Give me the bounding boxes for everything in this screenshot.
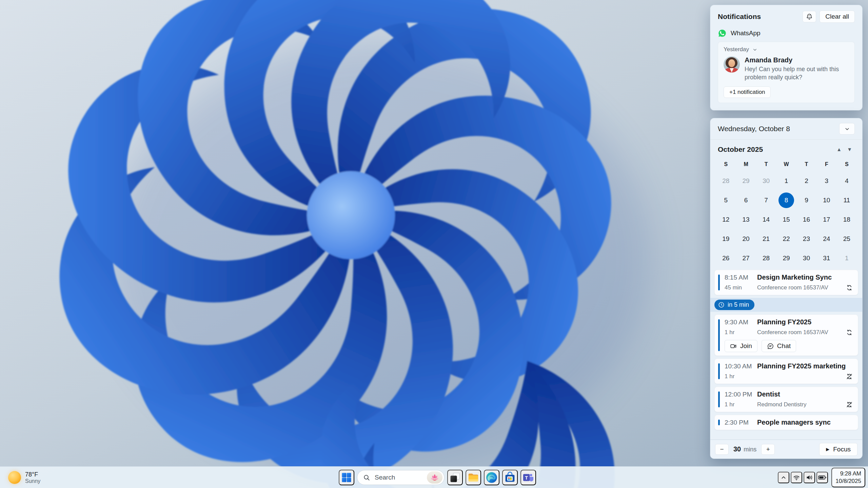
battery-button[interactable] bbox=[816, 472, 828, 483]
calendar-day[interactable]: 12 bbox=[716, 210, 736, 229]
notification-card[interactable]: Yesterday Amanda Brady Hey! Can you help… bbox=[718, 42, 855, 103]
start-button[interactable] bbox=[339, 470, 354, 485]
svg-text:T: T bbox=[525, 475, 528, 481]
event-title: Design Marketing Sync bbox=[757, 273, 832, 281]
decrease-duration-button[interactable]: − bbox=[715, 444, 729, 455]
edge-button[interactable] bbox=[484, 470, 499, 485]
weekday-header: T bbox=[756, 158, 776, 171]
calendar-event-card[interactable]: 2:30 PM People managers sync bbox=[714, 415, 858, 430]
calendar-day[interactable]: 23 bbox=[796, 229, 816, 248]
calendar-day-selected[interactable]: 8 bbox=[776, 190, 796, 210]
chevron-down-icon[interactable] bbox=[752, 47, 757, 52]
calendar-day[interactable]: 17 bbox=[816, 210, 836, 229]
notification-message: Hey! Can you help me out with this probl… bbox=[745, 65, 849, 82]
calendar-flyout-panel: Wednesday, October 8 October 2025 ▲ ▼ SM… bbox=[710, 118, 863, 459]
previous-month-icon[interactable]: ▲ bbox=[834, 145, 844, 154]
teams-button[interactable]: T bbox=[520, 470, 536, 485]
calendar-day[interactable]: 29 bbox=[736, 171, 756, 190]
calendar-day[interactable]: 20 bbox=[736, 229, 756, 248]
calendar-day[interactable]: 16 bbox=[796, 210, 816, 229]
wifi-button[interactable] bbox=[791, 472, 802, 483]
notification-group-label: Yesterday bbox=[724, 46, 749, 53]
calendar-day[interactable]: 24 bbox=[816, 229, 836, 248]
increase-duration-button[interactable]: + bbox=[761, 444, 775, 455]
search-icon bbox=[363, 474, 371, 482]
event-actions: Join Chat bbox=[725, 340, 853, 352]
calendar-day[interactable]: 9 bbox=[796, 190, 816, 210]
calendar-day[interactable]: 18 bbox=[837, 210, 857, 229]
calendar-event-card[interactable]: 12:00 PM Dentist 1 hr Redmond Dentistry bbox=[714, 387, 858, 412]
microsoft-store-button[interactable] bbox=[502, 470, 518, 485]
calendar-day[interactable]: 11 bbox=[837, 190, 857, 210]
weekday-header: S bbox=[837, 158, 857, 171]
calendar-day[interactable]: 7 bbox=[756, 190, 776, 210]
calendar-day[interactable]: 6 bbox=[736, 190, 756, 210]
recurrence-off-icon bbox=[845, 401, 853, 408]
clock-and-date[interactable]: 9:28 AM 10/8/2025 bbox=[831, 468, 865, 487]
calendar-collapse-button[interactable] bbox=[839, 123, 855, 135]
join-button[interactable]: Join bbox=[725, 340, 757, 352]
event-duration: 1 hr bbox=[725, 373, 757, 380]
hidden-icons-button[interactable] bbox=[778, 472, 789, 483]
event-location: Redmond Dentistry bbox=[757, 401, 845, 408]
event-title: Planning FY2025 marketing bbox=[757, 362, 846, 370]
calendar-day[interactable]: 30 bbox=[756, 171, 776, 190]
next-month-icon[interactable]: ▼ bbox=[844, 145, 855, 154]
reminder-chip[interactable]: in 5 min bbox=[714, 300, 754, 310]
volume-icon bbox=[805, 473, 813, 482]
calendar-day[interactable]: 22 bbox=[776, 229, 796, 248]
play-icon: ▶ bbox=[826, 447, 829, 452]
calendar-day[interactable]: 21 bbox=[756, 229, 776, 248]
calendar-event-card[interactable]: 9:30 AM Planning FY2025 1 hr Conference … bbox=[714, 314, 858, 356]
calendar-day[interactable]: 10 bbox=[816, 190, 836, 210]
calendar-day[interactable]: 1 bbox=[837, 248, 857, 268]
event-accent-bar bbox=[718, 363, 720, 379]
chevron-down-icon bbox=[844, 126, 850, 132]
calendar-day[interactable]: 25 bbox=[837, 229, 857, 248]
notifications-title: Notifications bbox=[718, 13, 799, 21]
calendar-day[interactable]: 31 bbox=[816, 248, 836, 268]
task-view-button[interactable] bbox=[447, 470, 463, 485]
file-explorer-button[interactable] bbox=[466, 470, 481, 485]
calendar-event-card[interactable]: 10:30 AM Planning FY2025 marketing 1 hr bbox=[714, 359, 858, 384]
calendar-day[interactable]: 14 bbox=[756, 210, 776, 229]
calendar-day[interactable]: 30 bbox=[796, 248, 816, 268]
volume-button[interactable] bbox=[804, 472, 815, 483]
calendar-day[interactable]: 1 bbox=[776, 171, 796, 190]
calendar-day[interactable]: 4 bbox=[837, 171, 857, 190]
event-accent-bar bbox=[718, 391, 720, 407]
calendar-day[interactable]: 2 bbox=[796, 171, 816, 190]
calendar-day[interactable]: 13 bbox=[736, 210, 756, 229]
search-highlight-badge[interactable] bbox=[427, 471, 442, 484]
system-tray: 9:28 AM 10/8/2025 bbox=[778, 467, 865, 488]
calendar-day[interactable]: 26 bbox=[716, 248, 736, 268]
start-focus-button[interactable]: ▶ Focus bbox=[819, 443, 857, 456]
notification-sender: Amanda Brady bbox=[745, 56, 849, 64]
teams-icon: T bbox=[522, 471, 535, 484]
calendar-day[interactable]: 15 bbox=[776, 210, 796, 229]
calendar-day[interactable]: 29 bbox=[776, 248, 796, 268]
notification-center-panel: Notifications z z Clear all WhatsApp Yes… bbox=[710, 5, 863, 110]
calendar-day[interactable]: 28 bbox=[716, 171, 736, 190]
weekday-header: W bbox=[776, 158, 796, 171]
notification-snooze-button[interactable]: z z bbox=[803, 11, 816, 22]
weather-temperature: 78°F bbox=[25, 471, 40, 478]
calendar-day[interactable]: 5 bbox=[716, 190, 736, 210]
chat-button[interactable]: Chat bbox=[762, 340, 796, 352]
more-notifications-button[interactable]: +1 notification bbox=[724, 86, 771, 98]
tray-date: 10/8/2025 bbox=[835, 477, 861, 485]
weather-widget[interactable]: 78°F Sunny bbox=[5, 467, 44, 488]
calendar-day[interactable]: 27 bbox=[736, 248, 756, 268]
calendar-day[interactable]: 3 bbox=[816, 171, 836, 190]
notification-app-group[interactable]: WhatsApp bbox=[718, 29, 855, 38]
month-label: October 2025 bbox=[718, 145, 834, 154]
microsoft-store-icon bbox=[504, 471, 516, 484]
event-time: 10:30 AM bbox=[725, 363, 757, 370]
clear-all-button[interactable]: Clear all bbox=[820, 11, 855, 23]
search-box[interactable]: Search bbox=[357, 470, 445, 485]
task-view-icon bbox=[449, 471, 461, 484]
calendar-day[interactable]: 19 bbox=[716, 229, 736, 248]
notifications-header: Notifications z z Clear all bbox=[718, 11, 855, 23]
calendar-event-card[interactable]: 8:15 AM Design Marketing Sync 45 min Con… bbox=[714, 270, 858, 295]
calendar-day[interactable]: 28 bbox=[756, 248, 776, 268]
